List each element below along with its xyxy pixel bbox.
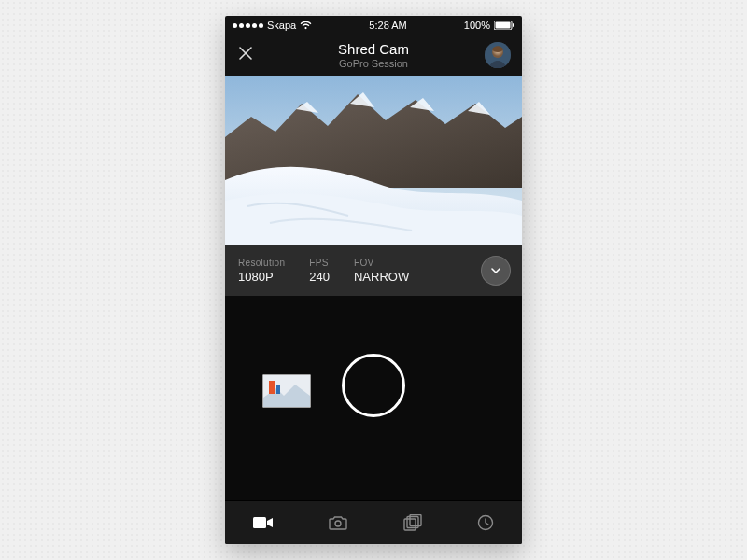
camera-icon (329, 515, 347, 530)
svg-rect-2 (513, 23, 514, 27)
battery-icon (494, 21, 514, 30)
fov-setting[interactable]: FOV NARROW (354, 258, 409, 284)
carrier-label: Skapa (267, 20, 296, 31)
svg-rect-7 (269, 381, 275, 394)
fov-label: FOV (354, 258, 409, 268)
svg-rect-9 (253, 517, 266, 528)
fps-value: 240 (309, 270, 330, 284)
tab-bar (225, 500, 522, 544)
stack-icon (403, 514, 422, 531)
page-title: Shred Cam (338, 42, 409, 56)
clock-icon (477, 514, 494, 531)
capture-settings-bar: Resolution 1080P FPS 240 FOV NARROW (225, 245, 522, 296)
close-icon[interactable] (236, 44, 255, 66)
shutter-button[interactable] (342, 354, 405, 417)
resolution-label: Resolution (238, 258, 285, 268)
chevron-down-icon (489, 264, 502, 277)
clock: 5:28 AM (369, 20, 406, 31)
last-clip-thumbnail[interactable] (262, 374, 311, 408)
wifi-icon (300, 21, 312, 30)
tab-video[interactable] (253, 515, 274, 530)
nav-bar: Shred Cam GoPro Session (225, 35, 522, 76)
signal-dots-icon (233, 23, 263, 28)
tab-timelapse[interactable] (477, 514, 494, 531)
svg-rect-1 (495, 22, 510, 29)
resolution-setting[interactable]: Resolution 1080P (238, 258, 285, 284)
fps-setting[interactable]: FPS 240 (309, 258, 330, 284)
resolution-value: 1080P (238, 270, 285, 284)
fps-label: FPS (309, 258, 330, 268)
avatar[interactable] (485, 42, 511, 68)
video-icon (253, 515, 274, 530)
battery-percent: 100% (464, 20, 490, 31)
page-subtitle: GoPro Session (338, 58, 409, 69)
status-bar: Skapa 5:28 AM 100% (225, 16, 522, 35)
capture-area (225, 296, 522, 500)
fov-value: NARROW (354, 270, 409, 284)
phone-frame: Skapa 5:28 AM 100% Shred Cam GoPro Sessi… (225, 16, 522, 544)
tab-photo[interactable] (329, 515, 347, 530)
expand-settings-button[interactable] (481, 256, 511, 286)
svg-point-10 (335, 521, 341, 526)
stage: Skapa 5:28 AM 100% Shred Cam GoPro Sessi… (0, 0, 747, 560)
camera-preview (225, 76, 522, 245)
svg-rect-8 (276, 385, 280, 394)
tab-burst[interactable] (403, 514, 422, 531)
